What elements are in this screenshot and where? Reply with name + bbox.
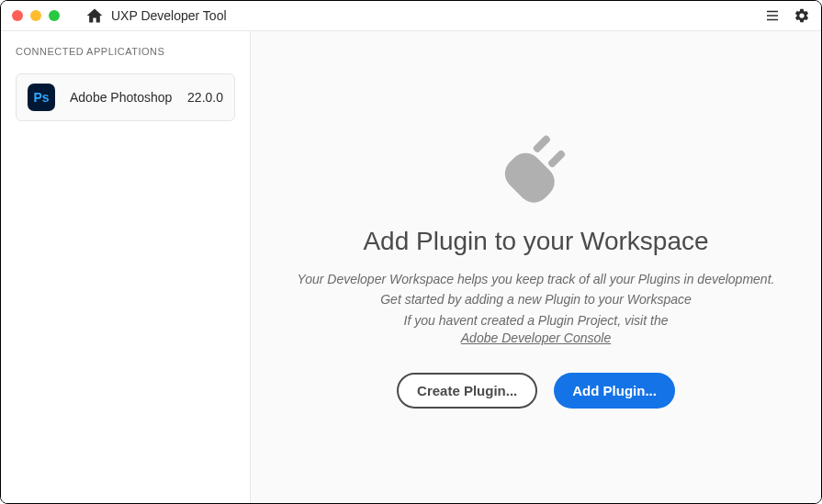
connected-app-card[interactable]: Ps Adobe Photoshop 22.0.0 [16, 73, 235, 121]
minimize-window-button[interactable] [30, 10, 41, 21]
app-title: UXP Developer Tool [111, 8, 227, 23]
home-icon[interactable] [85, 6, 104, 25]
plug-icon [495, 126, 578, 208]
content-line-1: Your Developer Workspace helps you keep … [298, 269, 775, 289]
content-heading: Add Plugin to your Workspace [363, 227, 708, 256]
window-controls [12, 10, 60, 21]
add-plugin-button[interactable]: Add Plugin... [554, 373, 675, 409]
developer-console-link[interactable]: Adobe Developer Console [461, 330, 611, 345]
sidebar: CONNECTED APPLICATIONS Ps Adobe Photosho… [1, 31, 251, 503]
title-left: UXP Developer Tool [85, 6, 227, 25]
create-plugin-button[interactable]: Create Plugin... [397, 373, 537, 409]
svg-rect-4 [546, 149, 566, 168]
photoshop-icon: Ps [28, 84, 55, 111]
gear-icon[interactable] [794, 7, 810, 24]
content-line-2: Get started by adding a new Plugin to yo… [380, 289, 692, 309]
app-icon-label: Ps [33, 90, 49, 105]
main: CONNECTED APPLICATIONS Ps Adobe Photosho… [1, 31, 821, 503]
app-name: Adobe Photoshop [70, 90, 173, 105]
sidebar-heading: CONNECTED APPLICATIONS [16, 46, 235, 57]
content-line-3: If you havent created a Plugin Project, … [404, 310, 669, 330]
title-right [764, 7, 810, 24]
list-icon[interactable] [764, 7, 781, 24]
maximize-window-button[interactable] [49, 10, 60, 21]
close-window-button[interactable] [12, 10, 23, 21]
svg-rect-3 [532, 134, 551, 153]
app-version: 22.0.0 [187, 90, 223, 105]
titlebar: UXP Developer Tool [1, 1, 821, 31]
content-area: Add Plugin to your Workspace Your Develo… [251, 31, 821, 503]
button-row: Create Plugin... Add Plugin... [397, 373, 675, 409]
